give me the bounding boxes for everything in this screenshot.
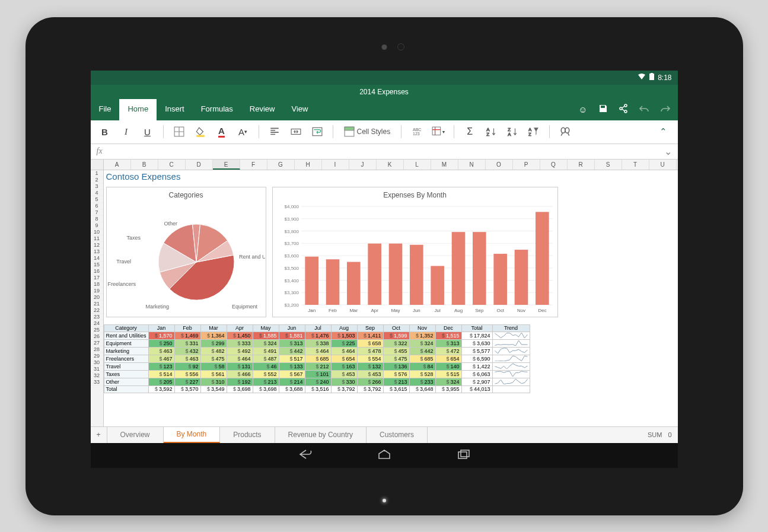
row-header[interactable]: 30 bbox=[91, 359, 103, 366]
table-header[interactable]: Jan bbox=[148, 324, 174, 332]
row-header[interactable]: 2 bbox=[91, 177, 103, 183]
col-header-U[interactable]: U bbox=[649, 160, 677, 170]
col-header-Q[interactable]: Q bbox=[540, 160, 568, 170]
sort-desc-button[interactable]: ZA bbox=[504, 123, 521, 140]
table-row[interactable]: Freelancers$467$463$475$464$487$517$685$… bbox=[104, 355, 530, 362]
row-header[interactable]: 8 bbox=[91, 216, 103, 222]
emoji-icon[interactable]: ☺ bbox=[578, 104, 587, 114]
row-header[interactable]: 14 bbox=[91, 255, 103, 262]
number-format-button[interactable]: ABC123 bbox=[409, 123, 425, 140]
ribbon-tab-view[interactable]: View bbox=[283, 99, 316, 120]
col-header-A[interactable]: A bbox=[104, 160, 131, 170]
table-row[interactable]: Taxes$514$556$561$466$552$567$101$453$45… bbox=[104, 370, 530, 378]
table-header[interactable]: Mar bbox=[200, 324, 227, 332]
ribbon-tab-formulas[interactable]: Formulas bbox=[193, 99, 241, 120]
formula-expand-icon[interactable]: ⌄ bbox=[664, 146, 672, 157]
col-header-R[interactable]: R bbox=[568, 160, 595, 170]
pie-chart-categories[interactable]: Categories Rent and UtilitiesEquipmentMa… bbox=[106, 187, 266, 317]
row-header[interactable]: 23 bbox=[91, 314, 103, 320]
font-color-button[interactable]: A bbox=[213, 123, 230, 140]
table-header[interactable]: Feb bbox=[174, 324, 200, 332]
row-header[interactable]: 3 bbox=[91, 183, 103, 190]
table-row[interactable]: Marketing$463$432$482$492$491$442$464$46… bbox=[104, 347, 530, 355]
row-header[interactable]: 17 bbox=[91, 275, 103, 281]
sheet-tab-customers[interactable]: Customers bbox=[367, 427, 428, 443]
col-header-B[interactable]: B bbox=[131, 160, 158, 170]
col-header-M[interactable]: M bbox=[431, 160, 458, 170]
table-row[interactable]: Rent and Utilities$1,570$1,469$1,364$1,4… bbox=[104, 332, 530, 339]
table-header[interactable]: Nov bbox=[409, 324, 435, 332]
table-header[interactable]: May bbox=[253, 324, 279, 332]
col-header-T[interactable]: T bbox=[622, 160, 649, 170]
table-header[interactable]: Oct bbox=[383, 324, 409, 332]
sheet-tab-products[interactable]: Products bbox=[220, 427, 275, 443]
ribbon-tab-review[interactable]: Review bbox=[241, 99, 283, 120]
row-header[interactable]: 11 bbox=[91, 235, 103, 242]
col-header-H[interactable]: H bbox=[295, 160, 322, 170]
row-header[interactable]: 24 bbox=[91, 320, 103, 327]
bar-chart-monthly[interactable]: Expenses By Month $3,200$3,300$3,400$3,5… bbox=[272, 187, 558, 317]
col-header-E[interactable]: E bbox=[213, 160, 240, 170]
ribbon-tab-insert[interactable]: Insert bbox=[157, 99, 193, 120]
add-sheet-button[interactable]: + bbox=[91, 427, 107, 443]
select-all-corner[interactable] bbox=[91, 160, 104, 170]
sheet-tab-overview[interactable]: Overview bbox=[107, 427, 164, 443]
undo-icon[interactable] bbox=[639, 104, 649, 114]
row-header[interactable]: 5 bbox=[91, 196, 103, 203]
col-header-O[interactable]: O bbox=[486, 160, 513, 170]
formula-input[interactable] bbox=[109, 147, 664, 155]
table-row[interactable]: Travel$123$92$58$131$46$133$212$163$132$… bbox=[104, 362, 530, 370]
redo-icon[interactable] bbox=[660, 104, 671, 114]
col-header-K[interactable]: K bbox=[377, 160, 404, 170]
table-header[interactable]: Jun bbox=[279, 324, 305, 332]
col-header-G[interactable]: G bbox=[267, 160, 295, 170]
recents-button[interactable] bbox=[457, 449, 471, 462]
table-format-button[interactable]: ▾ bbox=[430, 123, 447, 140]
row-header[interactable]: 31 bbox=[91, 366, 103, 372]
back-button[interactable] bbox=[298, 449, 312, 462]
sort-filter-button[interactable]: AZ bbox=[525, 123, 542, 140]
row-header[interactable]: 19 bbox=[91, 288, 103, 294]
row-header[interactable]: 20 bbox=[91, 294, 103, 301]
row-header[interactable]: 9 bbox=[91, 222, 103, 229]
wrap-text-button[interactable] bbox=[309, 123, 326, 140]
row-header[interactable]: 22 bbox=[91, 307, 103, 314]
col-header-F[interactable]: F bbox=[240, 160, 267, 170]
row-header[interactable]: 10 bbox=[91, 229, 103, 235]
underline-button[interactable]: U bbox=[139, 123, 156, 140]
row-header[interactable]: 25 bbox=[91, 327, 103, 333]
col-header-S[interactable]: S bbox=[595, 160, 622, 170]
col-header-L[interactable]: L bbox=[404, 160, 431, 170]
font-size-button[interactable]: A▾ bbox=[235, 123, 251, 140]
table-row[interactable]: Equipment$250$331$299$333$324$313$338$22… bbox=[104, 339, 530, 347]
sum-button[interactable]: Σ bbox=[461, 123, 478, 140]
align-left-button[interactable] bbox=[266, 123, 283, 140]
row-header[interactable]: 33 bbox=[91, 379, 103, 386]
sheet-tab-revenue-by-country[interactable]: Revenue by Country bbox=[275, 427, 367, 443]
table-header[interactable]: Apr bbox=[227, 324, 253, 332]
ribbon-tab-home[interactable]: Home bbox=[119, 99, 157, 120]
col-header-C[interactable]: C bbox=[158, 160, 186, 170]
table-header[interactable]: Dec bbox=[435, 324, 461, 332]
table-header[interactable]: Trend bbox=[492, 324, 530, 332]
merge-button[interactable] bbox=[288, 123, 304, 140]
share-icon[interactable] bbox=[619, 104, 628, 115]
home-button[interactable] bbox=[377, 449, 391, 462]
bold-button[interactable]: B bbox=[97, 123, 113, 140]
row-header[interactable]: 16 bbox=[91, 268, 103, 275]
row-header[interactable]: 32 bbox=[91, 372, 103, 379]
row-header[interactable]: 1 bbox=[91, 170, 103, 177]
table-header[interactable]: Total bbox=[461, 324, 492, 332]
col-header-I[interactable]: I bbox=[322, 160, 349, 170]
fill-color-button[interactable] bbox=[192, 123, 209, 140]
row-header[interactable]: 29 bbox=[91, 353, 103, 359]
row-header[interactable]: 18 bbox=[91, 281, 103, 288]
row-header[interactable]: 26 bbox=[91, 333, 103, 340]
col-header-P[interactable]: P bbox=[513, 160, 540, 170]
table-header[interactable]: Jul bbox=[305, 324, 331, 332]
row-header[interactable]: 15 bbox=[91, 262, 103, 268]
table-row[interactable]: Other$205$227$310$192$213$214$240$330$26… bbox=[104, 378, 530, 386]
find-button[interactable] bbox=[557, 123, 573, 140]
cell-styles-button[interactable]: Cell Styles bbox=[340, 123, 394, 140]
row-header[interactable]: 7 bbox=[91, 209, 103, 216]
